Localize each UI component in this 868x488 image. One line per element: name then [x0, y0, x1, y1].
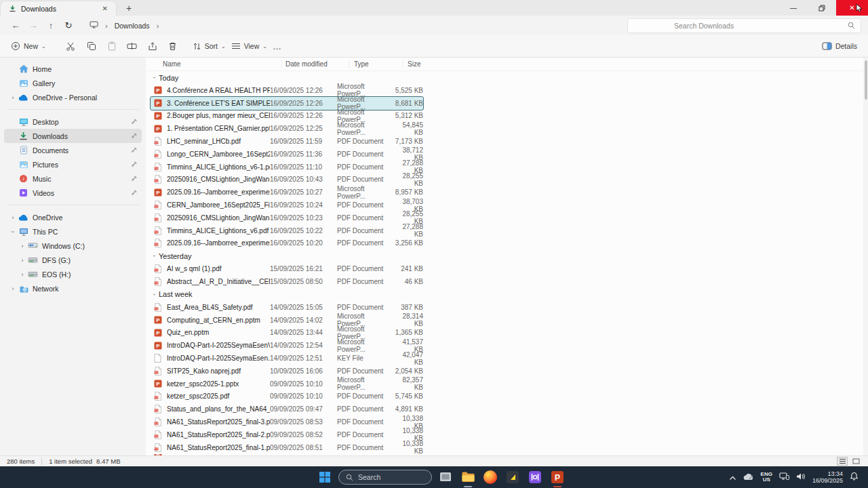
clock[interactable]: 13:34 16/09/2025	[812, 470, 843, 484]
paste-button[interactable]	[102, 41, 122, 51]
new-button[interactable]: New⌄	[11, 41, 46, 51]
new-tab-button[interactable]: +	[126, 3, 132, 14]
rename-button[interactable]	[122, 41, 142, 51]
file-row[interactable]: IntroDAQ-Part-I-2025SeymaEsen.key14/09/2…	[151, 352, 423, 365]
back-button[interactable]: ←	[7, 20, 24, 30]
file-row[interactable]: PDFNA61_StatusReport2025_final-3.pdf09/0…	[151, 415, 423, 428]
file-row[interactable]: Pketzer_spsc2025-1.pptx09/09/2025 10:10M…	[151, 378, 423, 390]
chevron-expanded-icon[interactable]: ›	[151, 73, 157, 83]
language-indicator[interactable]: ENG US	[761, 472, 772, 483]
sidebar-item-windows-c-[interactable]: ›Windows (C:)	[4, 239, 142, 253]
file-row[interactable]: P4.Conférence A REAL HEALTH PROJECT...16…	[151, 84, 423, 97]
file-row[interactable]: P2025.09.16--Jamborree_experiments--ox..…	[151, 186, 423, 199]
group-header-yesterday[interactable]: ›Yesterday	[146, 249, 868, 262]
chevron-collapsed-icon[interactable]: ›	[8, 94, 18, 101]
sidebar-item-music[interactable]: ♪Music	[4, 171, 142, 186]
chevron-collapsed-icon[interactable]: ›	[18, 243, 27, 249]
network-icon[interactable]	[779, 471, 789, 483]
app-icon-window[interactable]	[437, 468, 454, 486]
file-row[interactable]: PDFLHC_seminar_LHCb.pdf16/09/2025 11:59P…	[151, 135, 423, 148]
file-row[interactable]: P3. Conférence LET'S EAT SIMPLE, LET'S E…	[151, 97, 423, 110]
file-row[interactable]: PDFAbstract__AI_R_D_Initiative__CERN_RCS…	[151, 275, 423, 288]
vertical-scrollbar[interactable]	[863, 58, 868, 455]
up-button[interactable]: ↑	[42, 20, 60, 30]
share-button[interactable]	[142, 41, 163, 51]
column-header-size[interactable]: Size	[403, 60, 439, 68]
onedrive-tray-icon[interactable]	[743, 471, 754, 483]
file-row[interactable]: PDF2025.09.16--Jamborree_experiments--ox…	[151, 237, 423, 250]
group-header-today[interactable]: ›Today	[146, 71, 868, 84]
column-header-date-modified[interactable]: Date modified	[282, 60, 349, 68]
file-row[interactable]: PIntroDAQ-Part-I-2025SeymaEsenV2.pptx14/…	[151, 339, 423, 352]
chevron-collapsed-icon[interactable]: ›	[18, 271, 27, 278]
file-row[interactable]: PDFAI w_s qml (1).pdf15/09/2025 16:21PDF…	[151, 262, 423, 275]
file-row[interactable]: PDFketzer_spsc2025.pdf09/09/2025 10:10PD…	[151, 390, 423, 403]
sidebar-item-documents[interactable]: Documents	[4, 143, 142, 157]
sidebar-item-this-pc[interactable]: ›This PC	[4, 224, 142, 239]
file-row[interactable]: PDFTimmins_ALICE_Lightions_v6-1.pdf16/09…	[151, 161, 423, 174]
chevron-collapsed-icon[interactable]: ›	[8, 214, 18, 221]
more-options-button[interactable]: …	[273, 41, 282, 52]
chevron-expanded-icon[interactable]: ›	[151, 289, 157, 299]
sort-button[interactable]: Sort⌄	[193, 42, 226, 51]
sidebar-item-home[interactable]: Home	[4, 62, 142, 76]
app-icon-purple[interactable]	[526, 468, 544, 486]
firefox-icon[interactable]	[481, 468, 499, 486]
file-row[interactable]: PDFLongo_CERN_Jamboree_16Sept2025_v1.4..…	[151, 148, 423, 161]
sidebar-item-downloads[interactable]: Downloads	[4, 129, 142, 143]
hidden-icons-chevron[interactable]	[729, 471, 736, 483]
details-view-toggle[interactable]	[837, 457, 848, 466]
cut-button[interactable]	[61, 41, 81, 52]
file-row[interactable]: PComputing_at_CERN_en.pptm14/09/2025 14:…	[151, 314, 423, 327]
file-row[interactable]: PQuiz_en.pptm14/09/2025 13:44Microsoft P…	[151, 327, 423, 340]
sidebar-item-onedrive-personal[interactable]: ›OneDrive - Personal	[4, 90, 142, 104]
file-row[interactable]: P1. Présentation CERN_Garnier.pptx16/09/…	[151, 122, 423, 135]
restore-button[interactable]	[808, 0, 836, 16]
file-row[interactable]: PDFNA61_StatusReport2025_final-1.pdf09/0…	[151, 441, 423, 454]
sidebar-item-desktop[interactable]: Desktop	[4, 115, 142, 129]
chevron-collapsed-icon[interactable]: ›	[8, 285, 18, 292]
search-icon[interactable]	[848, 20, 855, 32]
this-pc-icon[interactable]	[90, 21, 98, 30]
sidebar-item-network[interactable]: ›Network	[4, 281, 142, 296]
tab-close-icon[interactable]: ✕	[100, 5, 111, 12]
group-header-last-week[interactable]: ›Last week	[146, 288, 868, 301]
file-row[interactable]: PDFCERN_Jamboree_16Sept2025_Final_v1.3.p…	[151, 199, 423, 211]
sidebar-item-dfs-g-[interactable]: ›DFS (G:)	[4, 253, 142, 267]
app-icon-dark-yellow[interactable]	[504, 468, 521, 486]
explorer-tab-downloads[interactable]: Downloads ✕	[0, 1, 117, 16]
sidebar-item-videos[interactable]: Videos	[4, 186, 142, 200]
view-button[interactable]: View⌄	[231, 42, 267, 50]
file-row[interactable]: PDFStatus_and_plans_for_the_NA64_experim…	[151, 403, 423, 415]
file-row[interactable]: PDFEast_Area_BL4S_Safety.pdf14/09/2025 1…	[151, 301, 423, 314]
refresh-button[interactable]: ↻	[60, 20, 77, 30]
file-explorer-icon[interactable]	[459, 468, 477, 486]
file-row[interactable]: P2.Bouger plus, manger mieux_CERN_16.0..…	[151, 110, 423, 123]
powerpoint-icon[interactable]: P	[549, 468, 566, 486]
file-row[interactable]: PDF20250916_CMSLightion_JingWang_v3.pdf1…	[151, 211, 423, 224]
start-button[interactable]	[316, 468, 334, 486]
file-row[interactable]: PDF20250916_CMSLightion_JingWang_v3-1.p.…	[151, 174, 423, 186]
chevron-expanded-icon[interactable]: ›	[9, 227, 16, 237]
copy-button[interactable]	[81, 41, 102, 51]
forward-button[interactable]: →	[24, 20, 42, 30]
breadcrumb-item-downloads[interactable]: Downloads	[115, 22, 150, 30]
notification-bell-icon[interactable]	[850, 471, 859, 483]
details-toggle-button[interactable]: Details	[822, 42, 857, 50]
minimize-button[interactable]: —	[779, 0, 808, 16]
sidebar-item-eos-h-[interactable]: ›EOS (H:)	[4, 267, 142, 281]
chevron-collapsed-icon[interactable]: ›	[18, 257, 27, 264]
column-header-name[interactable]: Name	[163, 60, 282, 68]
column-header-type[interactable]: Type	[349, 60, 403, 68]
close-button[interactable]: ✕	[836, 0, 868, 16]
taskbar-search[interactable]: Search	[338, 470, 432, 485]
sidebar-item-pictures[interactable]: Pictures	[4, 157, 142, 171]
chevron-expanded-icon[interactable]: ›	[151, 251, 157, 261]
sidebar-item-onedrive[interactable]: ›OneDrive	[4, 210, 142, 224]
delete-button[interactable]	[163, 41, 183, 51]
search-box[interactable]: Search Downloads	[627, 18, 861, 33]
file-row[interactable]: PDFTimmins_ALICE_Lightions_v6.pdf16/09/2…	[151, 224, 423, 237]
scrollbar-thumb[interactable]	[865, 60, 867, 100]
file-row[interactable]: PDFNA61_StatusReport2025_final-2.pdf09/0…	[151, 428, 423, 441]
file-row[interactable]: PDFSITP25_Kako naprej.pdf10/09/2025 16:0…	[151, 365, 423, 378]
